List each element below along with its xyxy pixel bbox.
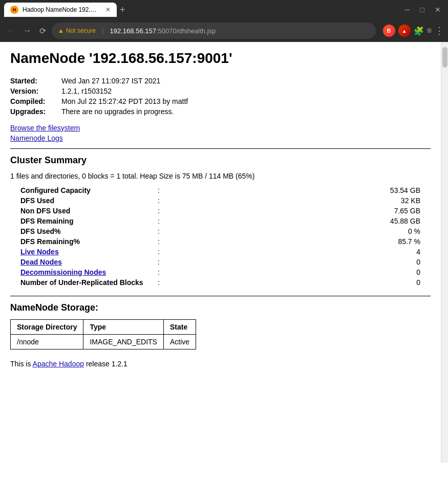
extensions-icon[interactable]: 🧩	[414, 26, 424, 36]
compiled-label: Compiled:	[10, 97, 61, 105]
storage-table-body: /nnodeIMAGE_AND_EDITSActive	[11, 335, 196, 349]
cluster-row-label[interactable]: Decommissioning Nodes	[10, 267, 154, 277]
table-row: Number of Under-Replicated Blocks:0	[10, 277, 431, 288]
scrollbar[interactable]	[441, 42, 448, 463]
cluster-row-value: 0	[164, 257, 431, 267]
address-url: 192.168.56.157:50070/dfshealth.jsp	[110, 27, 216, 35]
version-label: Version:	[10, 87, 61, 95]
cluster-row-value: 0	[164, 267, 431, 277]
compiled-value: Mon Jul 22 15:27:42 PDT 2013 by mattf	[61, 97, 188, 105]
info-row-version: Version: 1.2.1, r1503152	[10, 87, 431, 95]
cluster-row-sep: :	[154, 257, 164, 267]
refresh-button[interactable]: ⟳	[37, 25, 49, 37]
back-button[interactable]: ←	[4, 25, 17, 36]
menu-icon2[interactable]: ≡	[427, 26, 432, 35]
cluster-table: Configured Capacity:53.54 GBDFS Used:32 …	[10, 185, 431, 288]
cluster-row-label: DFS Remaining	[10, 216, 154, 226]
info-table: Started: Wed Jan 27 11:09:27 IST 2021 Ve…	[10, 77, 431, 116]
cluster-row-label[interactable]: Live Nodes	[10, 247, 154, 257]
storage-title: NameNode Storage:	[10, 302, 431, 313]
info-row-compiled: Compiled: Mon Jul 22 15:27:42 PDT 2013 b…	[10, 97, 431, 105]
storage-table-head: Storage Directory Type State	[11, 320, 196, 335]
address-separator: |	[102, 27, 104, 35]
minimize-button[interactable]: ─	[402, 5, 413, 15]
table-row: DFS Remaining%:85.7 %	[10, 236, 431, 247]
browser-chrome: H Hadoop NameNode 192.168.56.15 ✕ + ─ □ …	[0, 0, 448, 42]
summary-line: 1 files and directories, 0 blocks = 1 to…	[10, 172, 431, 180]
started-value: Wed Jan 27 11:09:27 IST 2021	[61, 77, 160, 85]
cluster-row-label: DFS Used	[10, 195, 154, 206]
storage-col-directory: Storage Directory	[11, 320, 83, 335]
cluster-row-label: DFS Used%	[10, 226, 154, 236]
cluster-row-label: Configured Capacity	[10, 185, 154, 195]
cluster-row-sep: :	[154, 267, 164, 277]
tab-close-button[interactable]: ✕	[105, 6, 111, 13]
cluster-row-value: 45.88 GB	[164, 216, 431, 226]
page-content: NameNode '192.168.56.157:9001' Started: …	[0, 42, 441, 463]
active-tab[interactable]: H Hadoop NameNode 192.168.56.15 ✕	[4, 3, 117, 17]
not-secure-badge: ▲ Not secure	[58, 27, 96, 34]
table-row: DFS Remaining:45.88 GB	[10, 216, 431, 226]
footer-suffix: release 1.2.1	[84, 360, 127, 368]
forward-button[interactable]: →	[20, 25, 34, 36]
storage-row: /nnodeIMAGE_AND_EDITSActive	[11, 335, 196, 349]
page-title: NameNode '192.168.56.157:9001'	[10, 50, 431, 67]
brave-shield-icon[interactable]: B	[383, 25, 395, 37]
storage-col-state: State	[163, 320, 196, 335]
cluster-row-value: 4	[164, 247, 431, 257]
cluster-row-sep: :	[154, 277, 164, 288]
cluster-summary-title: Cluster Summary	[10, 155, 431, 166]
scrollbar-thumb[interactable]	[442, 47, 447, 68]
table-row: Non DFS Used:7.65 GB	[10, 206, 431, 216]
cluster-row-sep: :	[154, 206, 164, 216]
cluster-row-label: Non DFS Used	[10, 206, 154, 216]
browse-filesystem-link[interactable]: Browse the filesystem	[10, 124, 431, 132]
apache-hadoop-link[interactable]: Apache Hadoop	[33, 360, 84, 368]
maximize-button[interactable]: □	[417, 5, 428, 15]
tab-title: Hadoop NameNode 192.168.56.15	[23, 6, 99, 13]
warning-icon: ▲	[58, 27, 64, 34]
started-label: Started:	[10, 77, 61, 85]
table-row: Dead Nodes:0	[10, 257, 431, 267]
namenode-logs-link[interactable]: Namenode Logs	[10, 134, 431, 142]
cluster-row-sep: :	[154, 185, 164, 195]
storage-header-row: Storage Directory Type State	[11, 320, 196, 335]
tab-favicon: H	[10, 6, 18, 14]
cluster-row-label: DFS Remaining%	[10, 236, 154, 247]
cluster-row-value: 85.7 %	[164, 236, 431, 247]
brave-icon2[interactable]: ▲	[398, 25, 411, 37]
cluster-row-value: 7.65 GB	[164, 206, 431, 216]
address-box[interactable]: ▲ Not secure | 192.168.56.157:50070/dfsh…	[52, 23, 376, 39]
cluster-row-sep: :	[154, 195, 164, 206]
storage-type: IMAGE_AND_EDITS	[83, 335, 163, 349]
table-row: Configured Capacity:53.54 GB	[10, 185, 431, 195]
table-row: DFS Used%:0 %	[10, 226, 431, 236]
close-button[interactable]: ✕	[432, 5, 444, 15]
cluster-row-label: Number of Under-Replicated Blocks	[10, 277, 154, 288]
cluster-link[interactable]: Decommissioning Nodes	[20, 268, 106, 276]
main-menu-button[interactable]: ⋮	[435, 25, 444, 36]
cluster-link[interactable]: Dead Nodes	[20, 258, 62, 266]
storage-col-type: Type	[83, 320, 163, 335]
table-row: Decommissioning Nodes:0	[10, 267, 431, 277]
browser-icons: B ▲ 🧩 ≡ ⋮	[383, 25, 444, 37]
cluster-row-label[interactable]: Dead Nodes	[10, 257, 154, 267]
links-section: Browse the filesystem Namenode Logs	[10, 124, 431, 142]
storage-directory: /nnode	[11, 335, 83, 349]
storage-table: Storage Directory Type State /nnodeIMAGE…	[10, 319, 196, 349]
storage-state: Active	[163, 335, 196, 349]
title-bar: H Hadoop NameNode 192.168.56.15 ✕ + ─ □ …	[0, 0, 448, 19]
cluster-row-value: 53.54 GB	[164, 185, 431, 195]
cluster-row-value: 32 KB	[164, 195, 431, 206]
info-row-started: Started: Wed Jan 27 11:09:27 IST 2021	[10, 77, 431, 85]
tab-bar: H Hadoop NameNode 192.168.56.15 ✕ +	[4, 1, 402, 19]
table-row: DFS Used:32 KB	[10, 195, 431, 206]
cluster-link[interactable]: Live Nodes	[20, 248, 59, 256]
cluster-summary-section: Cluster Summary 1 files and directories,…	[10, 155, 431, 288]
divider-2	[10, 296, 431, 296]
upgrades-label: Upgrades:	[10, 107, 61, 116]
footer-prefix: This is	[10, 360, 33, 368]
not-secure-label: Not secure	[66, 27, 96, 34]
cluster-row-sep: :	[154, 216, 164, 226]
new-tab-button[interactable]: +	[120, 5, 125, 15]
